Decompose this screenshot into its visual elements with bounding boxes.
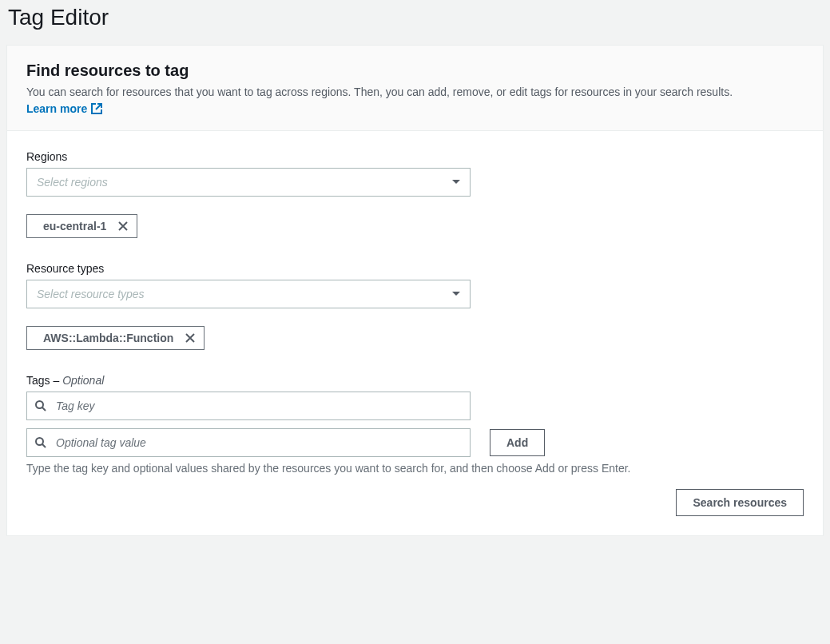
tag-value-wrap [26, 428, 471, 457]
tags-label-optional: Optional [62, 374, 104, 387]
page-title: Tag Editor [0, 0, 830, 45]
card-description: You can search for resources that you wa… [26, 85, 804, 101]
learn-more-label: Learn more [26, 102, 87, 115]
learn-more-link[interactable]: Learn more [26, 102, 103, 115]
resource-type-chip: AWS::Lambda::Function [26, 326, 205, 350]
resource-type-chip-label: AWS::Lambda::Function [43, 332, 173, 344]
chevron-down-icon [452, 292, 460, 296]
tags-help-text: Type the tag key and optional values sha… [26, 462, 804, 475]
card-title: Find resources to tag [26, 62, 804, 80]
resource-types-label: Resource types [26, 262, 804, 275]
regions-select[interactable]: Select regions [26, 168, 471, 197]
card-header: Find resources to tag You can search for… [7, 46, 823, 131]
find-resources-card: Find resources to tag You can search for… [6, 45, 824, 536]
resource-types-placeholder: Select resource types [37, 288, 452, 300]
resource-types-chip-row: AWS::Lambda::Function [26, 326, 804, 350]
search-icon [34, 400, 47, 412]
svg-point-1 [36, 438, 43, 445]
close-icon[interactable] [185, 332, 196, 344]
regions-field: Regions Select regions eu-central-1 [26, 150, 804, 238]
chevron-down-icon [452, 180, 460, 184]
region-chip-label: eu-central-1 [43, 220, 106, 233]
tag-key-wrap [26, 392, 471, 420]
tags-label: Tags – Optional [26, 374, 804, 387]
svg-point-0 [36, 401, 43, 408]
tags-field: Tags – Optional Add Ty [26, 374, 804, 475]
add-button[interactable]: Add [490, 429, 545, 456]
resource-types-field: Resource types Select resource types AWS… [26, 262, 804, 350]
actions-row: Search resources [26, 489, 804, 516]
search-icon [34, 436, 47, 449]
regions-chip-row: eu-central-1 [26, 214, 804, 238]
tag-value-row: Add [26, 428, 804, 457]
regions-label: Regions [26, 150, 804, 163]
external-link-icon [90, 102, 103, 115]
search-resources-button[interactable]: Search resources [676, 489, 804, 516]
tag-value-input[interactable] [26, 428, 471, 457]
card-body: Regions Select regions eu-central-1 Reso… [7, 131, 823, 535]
close-icon[interactable] [117, 221, 129, 232]
resource-types-select[interactable]: Select resource types [26, 280, 471, 308]
tags-label-prefix: Tags – [26, 374, 62, 387]
regions-placeholder: Select regions [37, 176, 452, 189]
region-chip: eu-central-1 [26, 214, 137, 238]
tag-key-input[interactable] [26, 392, 471, 420]
